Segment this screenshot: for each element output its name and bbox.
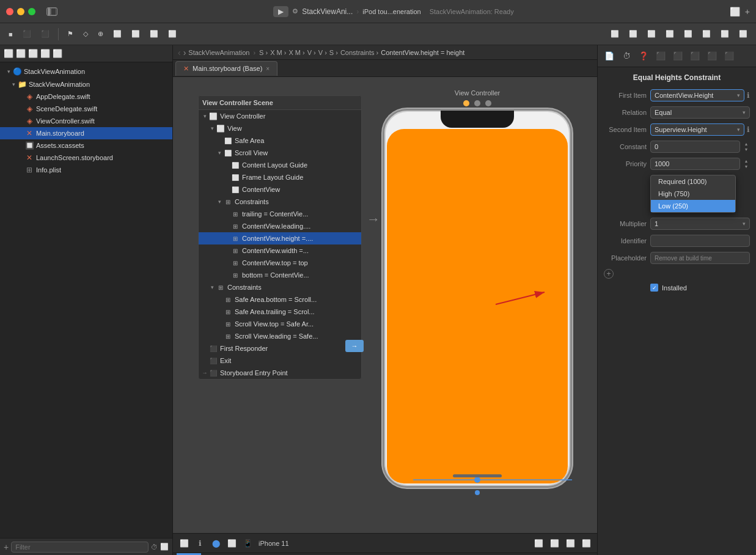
canvas-dot-gray[interactable] xyxy=(474,100,480,106)
priority-stepper[interactable]: ▲ ▼ xyxy=(743,158,750,169)
back-arrow[interactable]: ‹ xyxy=(178,48,181,57)
rp-icon-7[interactable]: ⬛ xyxy=(705,50,719,63)
file-launchscreen[interactable]: ✕ LaunchScreen.storyboard xyxy=(0,152,172,164)
tree-scroll-top[interactable]: ⊞ Scroll View.top = Safe Ar... xyxy=(199,318,361,330)
canvas-area[interactable]: View Controller Scene ▾ ⬜ View Controlle… xyxy=(173,77,597,533)
tree-scroll-leading[interactable]: ⊞ Scroll View.leading = Safe... xyxy=(199,330,361,342)
breadcrumb-item-7[interactable]: S › xyxy=(329,49,338,56)
toolbar-right-1[interactable]: ⬜ xyxy=(607,29,623,39)
toolbar-icon-7[interactable]: ⬜ xyxy=(109,29,125,39)
canvas-dot-yellow[interactable] xyxy=(463,100,469,106)
tree-view-controller[interactable]: ▾ ⬜ View Controller xyxy=(199,110,361,122)
toolbar-right-8[interactable]: ⬜ xyxy=(735,29,751,39)
toolbar-right-2[interactable]: ⬜ xyxy=(625,29,641,39)
sidebar-sort-button[interactable]: ⬜ xyxy=(160,543,169,551)
toolbar-right-5[interactable]: ⬜ xyxy=(680,29,696,39)
bottom-icon-8[interactable]: ⬜ xyxy=(564,537,576,549)
maximize-button[interactable] xyxy=(28,8,35,15)
toolbar-icon-8[interactable]: ⬜ xyxy=(128,29,144,39)
bottom-icon-5[interactable]: 📱 xyxy=(241,537,254,549)
sidebar-toggle-button[interactable] xyxy=(46,7,57,16)
breadcrumb-item-8[interactable]: Constraints › xyxy=(340,49,378,56)
sidebar-icon-3[interactable]: ⬜ xyxy=(28,49,38,58)
identifier-field[interactable] xyxy=(650,235,750,247)
tree-top-constraint[interactable]: ⊞ ContentView.top = top xyxy=(199,257,361,269)
bottom-icon-4[interactable]: ⬜ xyxy=(226,537,238,549)
toolbar-icon-5[interactable]: ◇ xyxy=(79,29,92,39)
toolbar-right-6[interactable]: ⬜ xyxy=(699,29,714,39)
add-constraint-button[interactable]: + xyxy=(604,269,614,279)
toolbar-icon-6[interactable]: ⊕ xyxy=(94,29,107,39)
dropdown-required[interactable]: Required (1000) xyxy=(651,175,735,188)
toolbar-icon-9[interactable]: ⬜ xyxy=(146,29,162,39)
tree-content-layout-guide[interactable]: ⬜ Content Layout Guide xyxy=(199,159,361,171)
toolbar-icon-3[interactable]: ⬛ xyxy=(37,29,53,39)
file-viewcontroller[interactable]: ◈ ViewController.swift xyxy=(0,115,172,127)
sidebar-icon-5[interactable]: ⬜ xyxy=(53,49,62,58)
toolbar-icon-4[interactable]: ⚑ xyxy=(64,29,77,39)
tree-height-constraint[interactable]: ⊞ ContentView.height =.... xyxy=(199,232,361,244)
file-infoplist[interactable]: ⊞ Info.plist xyxy=(0,164,172,176)
sidebar-add-button[interactable]: + xyxy=(4,542,9,552)
tree-constraints-2[interactable]: ▾ ⊞ Constraints xyxy=(199,281,361,293)
rp-icon-8[interactable]: ⬛ xyxy=(722,50,736,63)
toolbar-right-7[interactable]: ⬜ xyxy=(717,29,733,39)
constant-field[interactable]: 0 xyxy=(650,141,740,153)
tree-bottom-constraint[interactable]: ⊞ bottom = ContentVie... xyxy=(199,269,361,281)
relation-select[interactable]: Equal ▾ xyxy=(650,106,750,119)
file-assets[interactable]: 🔲 Assets.xcassets xyxy=(0,139,172,152)
rp-icon-1[interactable]: 📄 xyxy=(603,50,616,63)
toolbar-right-3[interactable]: ⬜ xyxy=(644,29,659,39)
constant-increment[interactable]: ▲ xyxy=(743,141,750,147)
rp-icon-4[interactable]: ⬛ xyxy=(654,50,667,63)
tree-scroll-view[interactable]: ▾ ⬜ Scroll View xyxy=(199,147,361,159)
breadcrumb-item-6[interactable]: V › xyxy=(318,49,327,56)
bottom-icon-3[interactable]: ⬤ xyxy=(210,537,222,549)
file-mainstoryboard[interactable]: ✕ Main.storyboard xyxy=(0,127,172,139)
tree-first-responder[interactable]: ⬛ First Responder xyxy=(199,342,361,355)
first-item-info-button[interactable]: ℹ xyxy=(747,91,750,100)
bottom-icon-7[interactable]: ⬜ xyxy=(548,537,560,549)
sidebar-filter-input[interactable] xyxy=(11,542,149,553)
constant-stepper[interactable]: ▲ ▼ xyxy=(743,141,750,152)
sidebar-icon-2[interactable]: ⬜ xyxy=(16,49,26,58)
toolbar-right-4[interactable]: ⬜ xyxy=(662,29,678,39)
priority-field[interactable]: 1000 xyxy=(650,158,740,170)
rp-icon-6[interactable]: ⬛ xyxy=(688,50,702,63)
close-button[interactable] xyxy=(6,8,13,15)
dropdown-low[interactable]: Low (250) xyxy=(651,200,735,212)
first-item-select[interactable]: ContentView.Height ▾ xyxy=(650,89,744,101)
rp-icon-3[interactable]: ❓ xyxy=(637,50,650,63)
tab-close-button[interactable]: × xyxy=(266,65,270,72)
breadcrumb-item-1[interactable]: StackViewAnimation xyxy=(188,49,249,56)
sidebar-filter-options[interactable]: ⏱ xyxy=(151,543,158,551)
priority-increment[interactable]: ▲ xyxy=(743,158,750,164)
rp-icon-5[interactable]: ⬛ xyxy=(671,50,684,63)
rp-icon-2[interactable]: ⏱ xyxy=(620,50,633,63)
tree-content-view[interactable]: ⬜ ContentView xyxy=(199,183,361,196)
main-storyboard-tab[interactable]: ✕ Main.storyboard (Base) × xyxy=(175,61,277,76)
sidebar-icon-4[interactable]: ⬜ xyxy=(40,49,50,58)
breadcrumb-item-5[interactable]: V › xyxy=(307,49,316,56)
toolbar-icon-2[interactable]: ⬛ xyxy=(19,29,35,39)
tree-trailing-constraint[interactable]: ⊞ trailing = ContentVie... xyxy=(199,208,361,220)
bottom-icon-1[interactable]: ⬜ xyxy=(178,537,190,549)
second-item-select[interactable]: Superview.Height ▾ xyxy=(650,123,744,136)
group-item[interactable]: ▾ 📁 StackViewAnimation xyxy=(0,78,172,90)
device-selector[interactable]: iPod tou...eneration xyxy=(362,8,420,15)
tree-leading-constraint[interactable]: ⊞ ContentView.leading.... xyxy=(199,220,361,232)
tree-storyboard-entry[interactable]: → ⬛ Storyboard Entry Point xyxy=(199,367,361,379)
tree-frame-layout-guide[interactable]: ⬜ Frame Layout Guide xyxy=(199,171,361,183)
breadcrumb-item-4[interactable]: X M › xyxy=(288,49,304,56)
bottom-icon-2[interactable]: ℹ xyxy=(194,537,206,549)
tree-width-constraint[interactable]: ⊞ ContentView.width =... xyxy=(199,244,361,257)
tree-exit[interactable]: ⬛ Exit xyxy=(199,355,361,367)
multiplier-select[interactable]: 1 ▾ xyxy=(650,218,750,230)
canvas-dot-gray-2[interactable] xyxy=(485,100,491,106)
file-scenedelegate[interactable]: ◈ SceneDelegate.swift xyxy=(0,103,172,115)
dropdown-high[interactable]: High (750) xyxy=(651,188,735,200)
tree-safe-trailing[interactable]: ⊞ Safe Area.trailing = Scrol... xyxy=(199,306,361,318)
breadcrumb-item-9[interactable]: ContentView.height = height xyxy=(381,49,464,56)
bottom-icon-9[interactable]: ⬜ xyxy=(580,537,592,549)
tree-safe-area[interactable]: ⬜ Safe Area xyxy=(199,134,361,147)
